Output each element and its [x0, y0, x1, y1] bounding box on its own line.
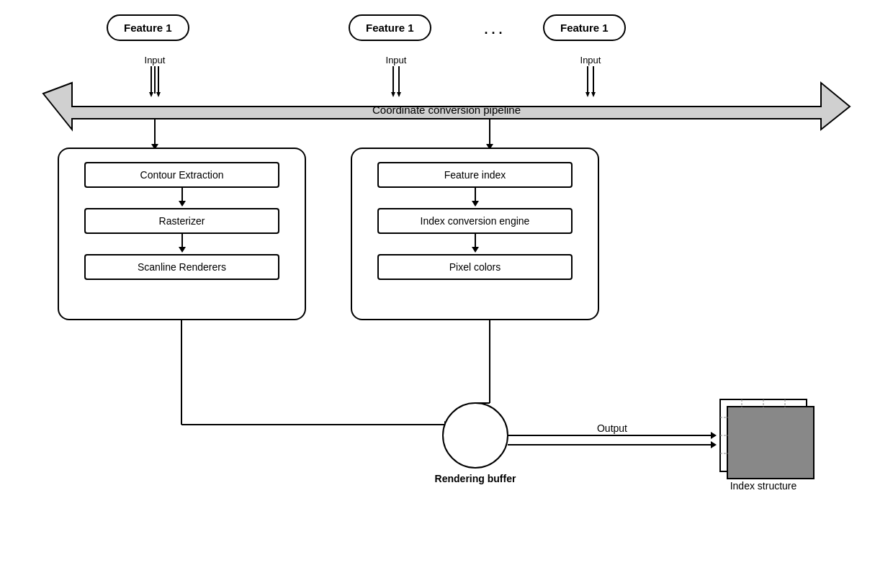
- dot: [730, 443, 732, 445]
- input-arrowhead-1b: [156, 92, 161, 97]
- pipeline-arrow-shape: [43, 83, 850, 130]
- dot: [751, 461, 754, 463]
- right-to-buffer-arrowhead: [472, 409, 479, 415]
- dot: [730, 425, 732, 428]
- dot: [773, 425, 776, 428]
- output-arrowhead-2: [711, 441, 717, 448]
- left-module-box: Contour Extraction Rasterizer Scanline R…: [58, 148, 306, 320]
- index-conversion-engine-box: Index conversion engine: [377, 208, 573, 234]
- input-label-3: Input: [580, 55, 601, 65]
- feature-pill-3: Feature 1: [543, 14, 626, 41]
- input-arrowhead-3b: [591, 92, 596, 97]
- pixel-colors-label: Pixel colors: [449, 261, 501, 273]
- rasterizer-box: Rasterizer: [84, 208, 279, 234]
- dot: [730, 407, 732, 410]
- input-label-2: Input: [386, 55, 407, 65]
- contour-extraction-label: Contour Extraction: [140, 169, 224, 181]
- index-structure-box: [720, 399, 807, 471]
- right-arrow-2-visual: [367, 234, 583, 254]
- scanline-renderers-box: Scanline Renderers: [84, 254, 279, 280]
- input-label-1: Input: [145, 55, 166, 65]
- dot: [751, 443, 754, 445]
- dot: [794, 443, 797, 445]
- index-structure-label: Index structure: [730, 480, 797, 492]
- pipeline-label: Coordinate conversion pipeline: [372, 104, 521, 116]
- output-arrowhead: [711, 432, 717, 439]
- feature-pill-3-label: Feature 1: [560, 22, 609, 34]
- svg-marker-3: [179, 247, 186, 253]
- dot: [794, 425, 797, 428]
- rasterizer-label: Rasterizer: [159, 215, 205, 227]
- feature-pill-2-label: Feature 1: [366, 22, 414, 34]
- feature-index-box: Feature index: [377, 162, 573, 188]
- dot: [794, 461, 797, 463]
- pixel-colors-box: Pixel colors: [377, 254, 573, 280]
- index-conversion-engine-label: Index conversion engine: [421, 215, 530, 227]
- right-module-box: Feature index Index conversion engine Pi…: [351, 148, 599, 320]
- rendering-buffer-label: Rendering buffer: [435, 473, 516, 484]
- dot: [773, 443, 776, 445]
- contour-extraction-box: Contour Extraction: [84, 162, 279, 188]
- feature-pill-2: Feature 1: [349, 14, 431, 41]
- dot: [751, 407, 754, 410]
- rendering-buffer-circle: [443, 403, 508, 468]
- scanline-renderers-label: Scanline Renderers: [138, 261, 226, 273]
- feature-pill-1: Feature 1: [107, 14, 189, 41]
- svg-marker-1: [179, 201, 186, 207]
- left-arrow-1-visual: [73, 188, 290, 208]
- dot: [773, 461, 776, 463]
- dots-label: · · ·: [484, 26, 502, 40]
- left-arrow-2-visual: [73, 234, 290, 254]
- input-arrowhead-2b: [397, 92, 401, 97]
- index-structure-shadow: [727, 407, 814, 479]
- svg-marker-5: [472, 201, 479, 207]
- dot: [751, 425, 754, 428]
- right-arrow-1-visual: [367, 188, 583, 208]
- input-arrowhead-1a: [149, 92, 153, 97]
- feature-pill-1-label: Feature 1: [124, 22, 172, 34]
- input-arrowhead-2a: [391, 92, 395, 97]
- svg-marker-7: [472, 247, 479, 253]
- dot: [730, 461, 732, 463]
- dot: [773, 407, 776, 410]
- left-to-buffer-arrowhead: [444, 421, 450, 428]
- dot: [794, 407, 797, 410]
- output-label: Output: [597, 422, 627, 434]
- feature-index-label: Feature index: [444, 169, 506, 181]
- input-arrowhead-3a: [585, 92, 590, 97]
- diagram-container: { "title": "Architecture Diagram", "feat…: [0, 0, 893, 588]
